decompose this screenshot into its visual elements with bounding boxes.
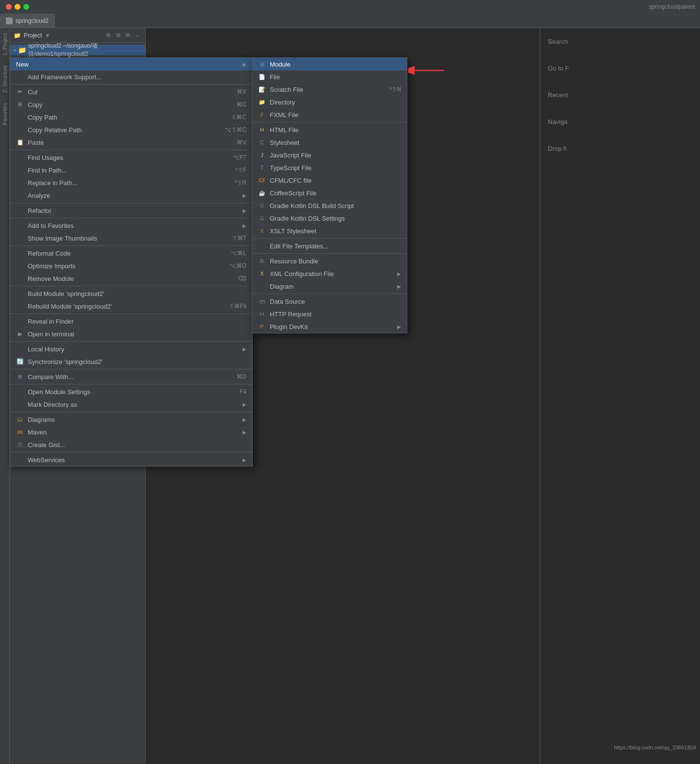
new-file-item[interactable]: 📄 File xyxy=(252,70,407,83)
new-gradle-build-item[interactable]: G Gradle Kotlin DSL Build Script xyxy=(252,199,407,212)
menu-cut[interactable]: ✂ Cut ⌘X xyxy=(10,86,252,98)
reveal-finder-label: Reveal in Finder xyxy=(28,318,74,325)
open-terminal-label: Open in terminal xyxy=(28,330,74,338)
new-directory-item[interactable]: 📁 Directory xyxy=(252,96,407,108)
close-button[interactable] xyxy=(6,4,12,10)
menu-module-settings[interactable]: Open Module Settings F4 xyxy=(10,385,252,398)
menu-reveal-finder[interactable]: Reveal in Finder xyxy=(10,315,252,328)
menu-copy[interactable]: ⎘ Copy ⌘C xyxy=(10,98,252,111)
menu-refactor[interactable]: Refactor ▶ xyxy=(10,204,252,217)
settings-icon[interactable]: ⚙ xyxy=(105,32,112,39)
tab-bar: springcloud2 xyxy=(0,14,700,28)
maximize-button[interactable] xyxy=(23,4,29,10)
maven-arrow: ▶ xyxy=(243,430,246,435)
sub-divider-3 xyxy=(252,253,407,254)
sub-divider-2 xyxy=(252,238,407,239)
build-module-label: Build Module 'springcloud2' xyxy=(28,290,104,297)
new-http-request-item[interactable]: H HTTP Request xyxy=(252,308,407,320)
new-xslt-item[interactable]: X XSLT Stylesheet xyxy=(252,225,407,237)
menu-copy-path[interactable]: Copy Path ⇧⌘C xyxy=(10,111,252,123)
menu-build-module[interactable]: Build Module 'springcloud2' xyxy=(10,287,252,300)
layout-icon[interactable]: ⊞ xyxy=(114,32,122,39)
new-stylesheet-item[interactable]: C Stylesheet xyxy=(252,136,407,149)
menu-diagrams[interactable]: 🗂 Diagrams ▶ xyxy=(10,413,252,426)
minimize-button[interactable] xyxy=(15,4,20,10)
xml-icon: X xyxy=(258,270,266,278)
stylesheet-label: Stylesheet xyxy=(270,139,299,146)
menu-synchronize[interactable]: 🔄 Synchronize 'springcloud2' xyxy=(10,355,252,368)
menu-compare-with[interactable]: ⊕ Compare With... ⌘D xyxy=(10,370,252,383)
menu-reformat[interactable]: Reformat Code ⌥⌘L xyxy=(10,247,252,260)
project-vert-label[interactable]: 1: Project xyxy=(2,33,8,55)
expand-icon[interactable]: ↔ xyxy=(134,32,141,39)
new-gradle-settings-item[interactable]: G Gradle Kotlin DSL Settings xyxy=(252,212,407,225)
new-js-item[interactable]: J JavaScript File xyxy=(252,149,407,161)
coffee-icon: ☕ xyxy=(258,189,266,197)
new-submenu: ⊞ Module 📄 File 📝 Scratch File ^⇧N 📁 Dir… xyxy=(252,57,407,333)
optimize-label: Optimize Imports xyxy=(28,262,75,270)
divider-2 xyxy=(10,150,252,150)
new-plugin-devkit-item[interactable]: P Plugin DevKit ▶ xyxy=(252,320,407,333)
menu-maven[interactable]: m Maven ▶ xyxy=(10,426,252,438)
copy-path-icon xyxy=(16,113,24,121)
new-ts-item[interactable]: T TypeScript File xyxy=(252,161,407,174)
paste-label: Paste xyxy=(28,139,44,146)
menu-create-gist[interactable]: ⊙ Create Gist... xyxy=(10,438,252,451)
divider-5 xyxy=(10,245,252,246)
new-scratch-item[interactable]: 📝 Scratch File ^⇧N xyxy=(252,83,407,96)
divider-6 xyxy=(10,286,252,286)
module-settings-label: Open Module Settings xyxy=(28,388,90,396)
menu-new[interactable]: New ▶ xyxy=(10,58,252,70)
new-fxml-item[interactable]: F FXML File xyxy=(252,108,407,121)
structure-vert-label[interactable]: Z: Structure xyxy=(2,65,8,93)
menu-mark-directory[interactable]: Mark Directory as ▶ xyxy=(10,398,252,411)
refactor-icon xyxy=(16,207,24,214)
fxml-label: FXML File xyxy=(270,111,298,119)
ts-label: TypeScript File xyxy=(270,164,312,172)
divider-4 xyxy=(10,218,252,218)
new-coffeescript-item[interactable]: ☕ CoffeeScript File xyxy=(252,187,407,199)
divider-8 xyxy=(10,341,252,342)
menu-add-framework[interactable]: Add Framework Support... xyxy=(10,70,252,83)
new-xml-config-item[interactable]: X XML Configuration File ▶ xyxy=(252,267,407,280)
sub-divider-1 xyxy=(252,122,407,122)
gear-icon[interactable]: ⚙ xyxy=(124,32,132,39)
menu-webservices[interactable]: WebServices ▶ xyxy=(10,453,252,466)
menu-local-history[interactable]: Local History ▶ xyxy=(10,343,252,355)
new-cfml-item[interactable]: CF CFML/CFC file xyxy=(252,174,407,187)
menu-remove-module[interactable]: Remove Module ⌫ xyxy=(10,272,252,285)
gist-icon: ⊙ xyxy=(16,441,24,449)
menu-replace-in-path[interactable]: Replace in Path... ^⇧R xyxy=(10,176,252,189)
menu-copy-rel-path[interactable]: Copy Relative Path ⌥⇧⌘C xyxy=(10,123,252,136)
fxml-icon: F xyxy=(258,111,266,119)
menu-find-usages[interactable]: Find Usages ⌥F7 xyxy=(10,151,252,164)
reformat-shortcut: ⌥⌘L xyxy=(230,250,246,257)
diagram-arrow: ▶ xyxy=(397,284,401,289)
menu-image-thumbnails[interactable]: Show Image Thumbnails ⇧⌘T xyxy=(10,232,252,244)
new-datasource-item[interactable]: 🗃 Data Source xyxy=(252,295,407,308)
menu-open-terminal[interactable]: ▶ Open in terminal xyxy=(10,328,252,340)
cfml-label: CFML/CFC file xyxy=(270,177,312,184)
main-tab[interactable]: springcloud2 xyxy=(0,14,55,28)
new-module-item[interactable]: ⊞ Module xyxy=(252,58,407,70)
plugin-arrow: ▶ xyxy=(397,324,401,330)
new-html-item[interactable]: H HTML File xyxy=(252,123,407,136)
new-diagram-item[interactable]: Diagram ▶ xyxy=(252,280,407,293)
gradle-build-icon: G xyxy=(258,202,266,209)
edit-templates-label: Edit File Templates... xyxy=(270,243,328,250)
new-resource-bundle-item[interactable]: R Resource Bundle xyxy=(252,255,407,267)
menu-add-favorites[interactable]: Add to Favorites ▶ xyxy=(10,219,252,232)
menu-rebuild-module[interactable]: Rebuild Module 'springcloud2' ⇧⌘F9 xyxy=(10,300,252,313)
refactor-arrow: ▶ xyxy=(243,208,246,213)
settings-icon2 xyxy=(16,388,24,396)
new-edit-templates-item[interactable]: Edit File Templates... xyxy=(252,240,407,252)
remove-shortcut: ⌫ xyxy=(238,275,246,282)
root-item[interactable]: ▾ 📁 springcloud2 ~/songauo/项目/demo1/spri… xyxy=(10,45,145,55)
menu-paste[interactable]: 📋 Paste ⌘V xyxy=(10,136,252,149)
menu-find-in-path[interactable]: Find in Path... ^⇧F xyxy=(10,164,252,176)
reformat-label: Reformat Code xyxy=(28,250,70,257)
add-framework-label: Add Framework Support... xyxy=(28,73,102,81)
favorites-vert-label[interactable]: Favorites xyxy=(2,103,8,125)
menu-analyze[interactable]: Analyze ▶ xyxy=(10,189,252,202)
menu-optimize-imports[interactable]: Optimize Imports ⌥⌘O xyxy=(10,260,252,272)
